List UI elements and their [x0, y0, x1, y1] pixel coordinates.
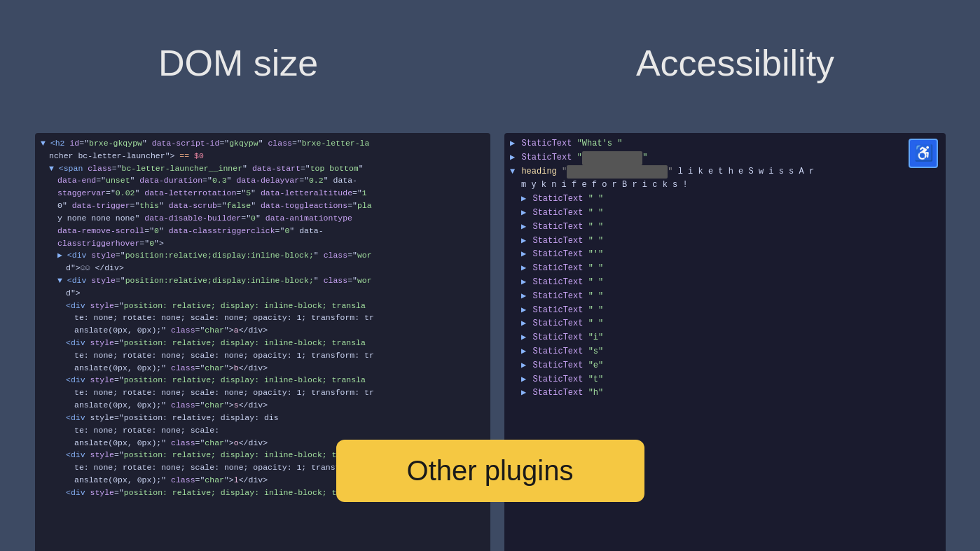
acc-line: ▶ StaticText " ": [510, 235, 940, 249]
acc-line: m y k n i f e f o r B r i c k s !: [510, 179, 940, 193]
code-line: <div style="position: relative; display:…: [41, 412, 485, 424]
dom-size-title: DOM size: [0, 42, 476, 84]
acc-line-heading: ▼ heading " " l i k e t h e S w i s s A …: [510, 165, 940, 179]
acc-line: ▶ StaticText "'": [510, 248, 940, 262]
acc-line: ▶ StaticText " ": [510, 262, 940, 276]
code-line: te: none; rotate: none; scale:: [41, 424, 485, 437]
acc-line: ▶ StaticText "h": [510, 386, 940, 400]
accessibility-icon-button[interactable]: ♿: [909, 139, 938, 168]
code-line: ▼ <h2 id="brxe-gkqypw" data-script-id="g…: [41, 137, 485, 150]
code-line: data-end="unset" data-duration="0.3" dat…: [41, 174, 485, 187]
code-line: y none none none" data-disable-builder="…: [41, 212, 485, 225]
code-line: ncher bc-letter-launcher"> == $0: [41, 150, 485, 162]
code-line: staggervar="0.02" data-letterrotation="5…: [41, 187, 485, 200]
code-line: te: none; rotate: none; scale: none; opa…: [41, 349, 485, 362]
acc-line: ▶ StaticText "t": [510, 373, 940, 387]
code-line: ▶ <div style="position:relative;display:…: [41, 249, 485, 262]
acc-line: ▶ StaticText " ": [510, 276, 940, 290]
acc-line: ▶ StaticText "What's ": [510, 137, 940, 151]
acc-line: ▶ StaticText " ": [510, 221, 940, 235]
acc-line: ▶ StaticText "e": [510, 359, 940, 373]
code-line: ▼ <span class="bc-letter-launcher__inner…: [41, 162, 485, 175]
code-line: ▼ <div style="position:relative;display:…: [41, 274, 485, 287]
other-plugins-banner[interactable]: Other plugins: [336, 440, 644, 502]
acc-line: ▶ StaticText " ": [510, 317, 940, 331]
acc-line: ▶ StaticText " ": [510, 193, 940, 207]
code-line: d">: [41, 287, 485, 300]
code-line: anslate(0px, 0px);" class="char">a</div>: [41, 324, 485, 337]
code-line: classtriggerhover="0">: [41, 237, 485, 250]
code-line: 0" data-trigger="this" data-scrub="false…: [41, 200, 485, 212]
accessibility-icon-symbol: ♿: [914, 144, 933, 162]
code-line: te: none; rotate: none; scale: none; opa…: [41, 312, 485, 324]
acc-line: ▶ StaticText "s": [510, 345, 940, 359]
code-line: <div style="position: relative; display:…: [41, 300, 485, 312]
code-line: anslate(0px, 0px);" class="char">s</div>: [41, 399, 485, 412]
other-plugins-label: Other plugins: [407, 455, 574, 487]
code-line: <div style="position: relative; display:…: [41, 337, 485, 349]
code-line: te: none; rotate: none; scale: none; opa…: [41, 386, 485, 399]
code-line: data-remove-scroll="0" data-classtrigger…: [41, 225, 485, 237]
acc-line: ▶ StaticText " ": [510, 304, 940, 318]
code-line: anslate(0px, 0px);" class="char">b</div>: [41, 362, 485, 375]
acc-line: ▶ StaticText " ": [510, 207, 940, 221]
acc-line: ▶ StaticText "i": [510, 331, 940, 345]
acc-line: ▶ StaticText " ": [510, 151, 940, 165]
code-line: d">☺☺ </div>: [41, 262, 485, 274]
acc-line: ▶ StaticText " ": [510, 290, 940, 304]
accessibility-title: Accessibility: [490, 42, 980, 84]
code-line: <div style="position: relative; display:…: [41, 374, 485, 386]
